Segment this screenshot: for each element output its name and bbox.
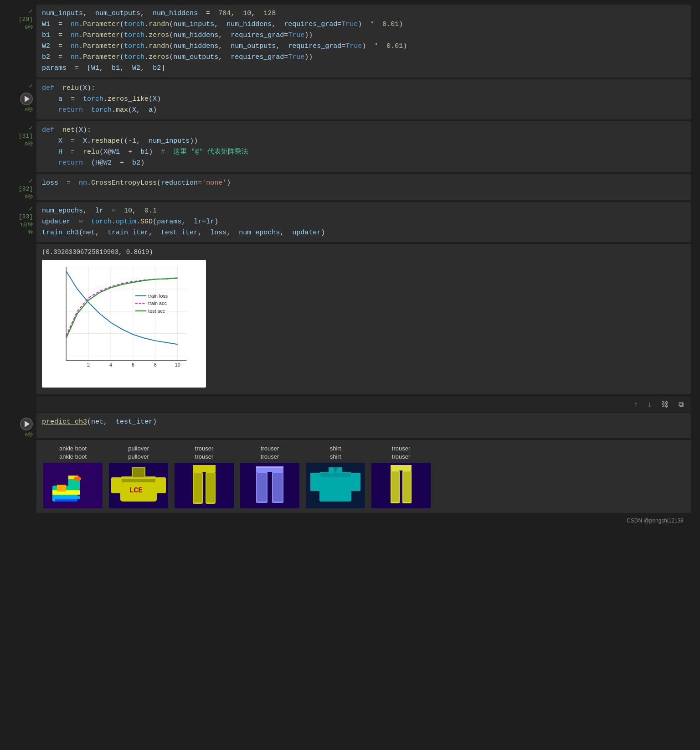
cell-33-gutter: ✓ [33] 1分钟 钟 (9, 202, 36, 242)
cell-31: ✓ [31] 0秒 def net(X): X = X.reshape((-1,… (9, 121, 691, 172)
pred-image-3 (240, 463, 299, 508)
cell-32-time: 0秒 (25, 193, 33, 200)
pred-label-5: trousertrouser (392, 445, 410, 461)
code-line: updater = torch.optim.SGD(params, lr=lr) (42, 217, 685, 228)
cell-29-number: [29] (19, 16, 33, 23)
svg-rect-63 (320, 473, 350, 477)
prediction-item-2: trousertrouser (172, 445, 236, 508)
cell-32-gutter: ✓ [32] 0秒 (9, 174, 36, 200)
code-line: return (H@W2 + b2) (42, 158, 685, 169)
checkmark-32: ✓ (29, 177, 33, 185)
svg-point-35 (74, 476, 81, 481)
svg-rect-59 (310, 473, 320, 491)
prediction-grid: ankle bootankle boot pulloverpullover (41, 445, 686, 508)
pred-image-0 (43, 463, 103, 508)
link-button[interactable]: ⛓ (659, 398, 671, 410)
cell-29-time: 0秒 (25, 24, 33, 31)
notebook-container: ✓ [29] 0秒 num_inputs, num_outputs, num_h… (0, 0, 700, 530)
pred-image-1: LCE (109, 463, 168, 508)
prediction-item-0: ankle bootankle boot (41, 445, 105, 508)
svg-rect-69 (403, 471, 411, 502)
code-line: loss = nn.CrossEntropyLoss(reduction='no… (42, 178, 685, 189)
code-line: H = relu(X@W1 + b1) # 这里 "@" 代表矩阵乘法 (42, 147, 685, 158)
copy-button[interactable]: ⧉ (676, 398, 686, 410)
pred-label-1: pulloverpullover (128, 445, 149, 461)
svg-rect-56 (256, 466, 283, 468)
cell-31-number: [31] (19, 133, 33, 140)
cell-predict-time: 0秒 (25, 431, 33, 438)
play-icon-relu (25, 96, 30, 102)
cell-32: ✓ [32] 0秒 loss = nn.CrossEntropyLoss(red… (9, 174, 691, 200)
svg-text:train loss: train loss (148, 293, 168, 299)
move-up-button[interactable]: ↑ (631, 398, 640, 410)
pred-image-2 (175, 463, 234, 508)
svg-text:8: 8 (154, 362, 157, 367)
code-line-predict: predict_ch3(net, test_iter) (42, 417, 685, 428)
svg-rect-41 (156, 477, 166, 493)
code-line: train_ch3(net, train_iter, test_iter, lo… (42, 228, 685, 238)
code-line: def relu(X): (42, 83, 685, 94)
svg-text:2: 2 (87, 362, 90, 367)
svg-text:LCE: LCE (129, 486, 143, 495)
code-line: a = torch.zeros_like(X) (42, 94, 685, 105)
svg-text:10: 10 (175, 362, 180, 367)
cell-32-number: [32] (19, 186, 33, 192)
code-line: num_epochs, lr = 10, 0.1 (42, 206, 685, 217)
output-33-text: (0.39203306725819903, 0.8619) (42, 248, 685, 257)
cell-relu-time: 0秒 (25, 106, 33, 113)
cell-33-number: [33] (19, 213, 33, 220)
svg-rect-54 (257, 473, 267, 502)
cell-31-time: 0秒 (25, 140, 33, 147)
pred-label-4: shirtshirt (330, 445, 341, 461)
svg-rect-68 (391, 471, 399, 502)
code-line: def net(X): (42, 125, 685, 136)
cell-toolbar: ↑ ↓ ⛓ ⧉ (36, 397, 691, 412)
svg-rect-60 (350, 473, 360, 491)
cell-29-gutter: ✓ [29] 0秒 (9, 5, 36, 78)
svg-rect-49 (206, 473, 215, 502)
cell-32-content: loss = nn.CrossEntropyLoss(reduction='no… (36, 174, 691, 200)
svg-text:test acc: test acc (148, 308, 165, 314)
cell-29-content: num_inputs, num_outputs, num_hiddens = 7… (36, 5, 691, 78)
cell-31-content: def net(X): X = X.reshape((-1, num_input… (36, 121, 691, 172)
run-button-relu[interactable] (20, 93, 33, 105)
cell-predict: 0秒 predict_ch3(net, test_iter) (9, 413, 691, 438)
pred-label-0: ankle bootankle boot (59, 445, 87, 461)
svg-rect-45 (193, 465, 216, 472)
svg-rect-48 (194, 473, 202, 502)
play-icon-predict (25, 421, 30, 427)
svg-rect-32 (55, 499, 77, 502)
chart-svg: 0.4 0.6 0.8 2 4 6 8 10 epoch tra (65, 267, 197, 369)
run-button-predict[interactable] (20, 418, 33, 430)
svg-rect-43 (122, 479, 155, 482)
pred-image-5 (371, 463, 431, 508)
cell-relu-gutter: ✓ 0秒 (9, 79, 36, 119)
checkmark-relu: ✓ (29, 82, 33, 90)
move-down-button[interactable]: ↓ (645, 398, 654, 410)
csdn-watermark: CSDN @pengshi12138 (9, 516, 691, 526)
cell-33-time: 1分钟 (20, 221, 33, 228)
code-line: params = [W1, b1, W2, b2] (42, 63, 685, 74)
output-33: (0.39203306725819903, 0.8619) 0.4 (36, 244, 691, 394)
svg-rect-31 (52, 496, 80, 499)
cell-predict-gutter: 0秒 (9, 413, 36, 438)
checkmark-33: ✓ (29, 205, 33, 212)
training-chart: 0.4 0.6 0.8 2 4 6 8 10 epoch tra (42, 260, 206, 388)
checkmark-29: ✓ (29, 7, 33, 15)
prediction-item-1: pulloverpullover LCE (107, 445, 170, 508)
prediction-output: ankle bootankle boot pulloverpullover (36, 440, 691, 513)
pred-image-4 (306, 463, 365, 508)
svg-rect-65 (391, 465, 412, 471)
cell-31-gutter: ✓ [31] 0秒 (9, 121, 36, 172)
prediction-item-4: shirtshirt (304, 445, 367, 508)
svg-text:6: 6 (132, 362, 134, 367)
svg-rect-40 (111, 477, 121, 493)
cell-33: ✓ [33] 1分钟 钟 num_epochs, lr = 10, 0.1 up… (9, 202, 691, 242)
code-line: W1 = nn.Parameter(torch.randn(num_inputs… (42, 19, 685, 30)
cell-predict-content: predict_ch3(net, test_iter) (36, 413, 691, 438)
cell-29: ✓ [29] 0秒 num_inputs, num_outputs, num_h… (9, 5, 691, 78)
code-line: b1 = nn.Parameter(torch.zeros(num_hidden… (42, 30, 685, 41)
cell-33-content: num_epochs, lr = 10, 0.1 updater = torch… (36, 202, 691, 242)
svg-rect-55 (273, 473, 283, 502)
prediction-item-3: trousertrouser (238, 445, 302, 508)
